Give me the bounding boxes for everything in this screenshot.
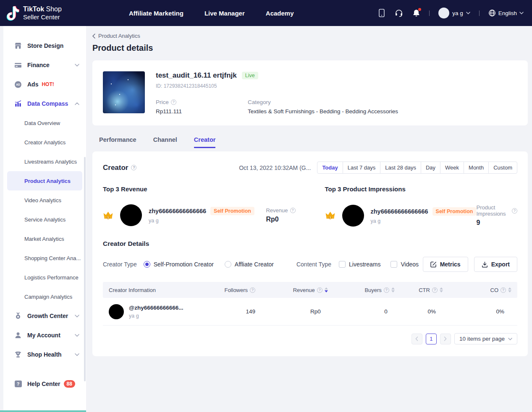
impressions-info-icon[interactable]: ? [512, 208, 517, 214]
table-row[interactable]: @zhy66666666666... ya g 149 Rp0 0 0% 0% [103, 298, 517, 326]
chevron-down-icon [508, 338, 512, 340]
chevron-down-icon [75, 353, 79, 356]
row-buyers: 0 [328, 308, 395, 315]
ctr-info-icon[interactable]: ? [432, 287, 438, 293]
self-promotion-badge: Self Promotion [210, 207, 254, 215]
radio-self-promotion-label[interactable]: Self-Promotion Creator [154, 261, 214, 268]
sidebar-scrollbar[interactable] [84, 157, 86, 381]
rank-1-crown-icon: 1 [325, 211, 335, 220]
creator-avatar[interactable] [342, 205, 364, 227]
sidebar-label: Growth Center [27, 313, 68, 319]
buyers-info-icon[interactable]: ? [384, 287, 389, 293]
tiktok-shop-logo[interactable]: TikTok Shop Seller Center [6, 5, 62, 21]
sidebar-item-service-analytics[interactable]: Service Analytics [3, 210, 86, 229]
followers-info-icon[interactable]: ? [250, 287, 255, 293]
metrics-button[interactable]: Metrics [423, 257, 468, 272]
range-custom[interactable]: Custom [488, 162, 517, 173]
category-label: Category [248, 99, 271, 105]
report-datetime: Oct 13, 2022 10:32AM (G... [239, 164, 311, 171]
creator-table: Creator Information Followers ? Revenue … [103, 282, 517, 326]
radio-self-promotion-creator[interactable] [144, 261, 150, 268]
range-last-7-days[interactable]: Last 7 days [343, 162, 380, 173]
col-revenue-label: Revenue [293, 287, 315, 293]
language-selector[interactable]: English [488, 9, 524, 17]
sidebar-item-finance[interactable]: Finance [3, 55, 86, 75]
prev-page-button[interactable] [411, 334, 422, 344]
creator-details-heading: Creator Details [103, 240, 517, 248]
creator-info-icon[interactable]: ? [131, 165, 136, 170]
sidebar-item-shopping-center-analytics[interactable]: Shopping Center Ana... [3, 248, 86, 268]
checkbox-livestreams-label[interactable]: Livestreams [349, 261, 380, 268]
ctr-sort-control[interactable] [440, 287, 443, 292]
row-creator-handle[interactable]: @zhy66666666666... [129, 305, 183, 311]
price-info-icon[interactable]: ? [171, 99, 176, 105]
range-today[interactable]: Today [317, 162, 342, 173]
next-page-button[interactable] [440, 334, 451, 344]
revenue-info-icon[interactable]: ? [290, 208, 296, 213]
revenue-metric: Revenue ? Rp0 [266, 207, 295, 223]
sidebar-item-campaign-analytics[interactable]: Campaign Analytics [3, 287, 86, 306]
creator-avatar[interactable] [120, 204, 142, 226]
divider [429, 10, 430, 16]
breadcrumb[interactable]: Product Analytics [92, 33, 528, 39]
tab-channel[interactable]: Channel [153, 136, 177, 148]
nav-affiliate-marketing[interactable]: Affiliate Marketing [129, 10, 183, 17]
sidebar-item-store-design[interactable]: Store Design [3, 36, 86, 55]
sidebar-item-help-center[interactable]: ? Help Center 88 [3, 374, 86, 394]
sidebar-item-market-analytics[interactable]: Market Analytics [3, 229, 86, 248]
radio-affiliate-label[interactable]: Affliate Creator [235, 261, 274, 268]
sidebar-item-growth-center[interactable]: Growth Center [3, 306, 86, 326]
divider [479, 10, 480, 16]
sidebar-item-video-analytics[interactable]: Video Analytics [3, 190, 86, 210]
col-followers[interactable]: Followers ? [189, 287, 255, 293]
col-revenue[interactable]: Revenue ? [255, 287, 328, 293]
person-icon [14, 331, 22, 339]
tab-performance[interactable]: Performance [99, 136, 136, 148]
co-sort-control[interactable] [508, 287, 511, 292]
range-day[interactable]: Day [421, 162, 440, 173]
radio-affiliate-creator[interactable] [225, 261, 231, 268]
export-button[interactable]: Export [474, 257, 517, 272]
range-last-28-days[interactable]: Last 28 days [380, 162, 421, 173]
sidebar-item-creator-analytics[interactable]: Creator Analytics [3, 133, 86, 152]
notifications-bell-icon[interactable] [412, 9, 420, 17]
nav-academy[interactable]: Academy [266, 10, 294, 17]
sidebar-item-data-overview[interactable]: Data Overview [3, 113, 86, 133]
revenue-sort-control[interactable] [325, 287, 328, 292]
range-week[interactable]: Week [440, 162, 464, 173]
checkbox-videos-label[interactable]: Videos [401, 261, 419, 268]
sidebar-item-product-analytics[interactable]: Product Analytics [7, 171, 82, 190]
page-size-selector[interactable]: 10 items per page [454, 333, 517, 344]
col-buyers[interactable]: Buyers ? [328, 287, 395, 293]
creator-handle[interactable]: zhy66666666666666 [371, 208, 428, 215]
creator-handle[interactable]: zhy66666666666666 [149, 208, 206, 214]
row-revenue: Rp0 [255, 308, 328, 315]
row-creator-avatar[interactable] [109, 304, 124, 319]
sidebar-item-data-compass[interactable]: Data Compass [3, 94, 86, 113]
buyers-sort-control[interactable] [391, 287, 395, 292]
sidebar-item-my-account[interactable]: My Account [3, 326, 86, 345]
user-menu[interactable]: ya g [438, 8, 470, 18]
col-ctr[interactable]: CTR ? [395, 287, 443, 293]
chevron-down-icon [75, 315, 79, 318]
top3-impressions-block: Top 3 Product Impressions 1 zhy666666666… [325, 185, 518, 227]
nav-live-manager[interactable]: Live Manager [204, 10, 245, 17]
co-info-icon[interactable]: ? [501, 287, 506, 293]
range-month[interactable]: Month [464, 162, 488, 173]
tab-creator[interactable]: Creator [194, 136, 216, 148]
sidebar-label: Store Design [27, 42, 63, 49]
col-co[interactable]: CO ? [443, 287, 511, 293]
revenue-col-info-icon[interactable]: ? [317, 287, 322, 293]
checkbox-videos[interactable] [390, 261, 397, 268]
sidebar-item-ads[interactable]: AD Ads HOT! [3, 75, 86, 94]
checkbox-livestreams[interactable] [339, 261, 346, 268]
page-number[interactable]: 1 [426, 334, 437, 344]
mobile-app-icon[interactable] [377, 9, 386, 17]
support-headset-icon[interactable] [395, 9, 403, 17]
detail-tabs: Performance Channel Creator [92, 136, 528, 148]
customize-icon [430, 261, 437, 268]
sidebar-item-livestreams-analytics[interactable]: Livestreams Analytics [3, 152, 86, 171]
sidebar-item-logistics-performance[interactable]: Logistics Performance [3, 268, 86, 287]
product-info: test_audit_16.11 ertjfnjk Live ID: 17293… [156, 71, 517, 115]
sidebar-item-shop-health[interactable]: Shop Health [3, 345, 86, 364]
